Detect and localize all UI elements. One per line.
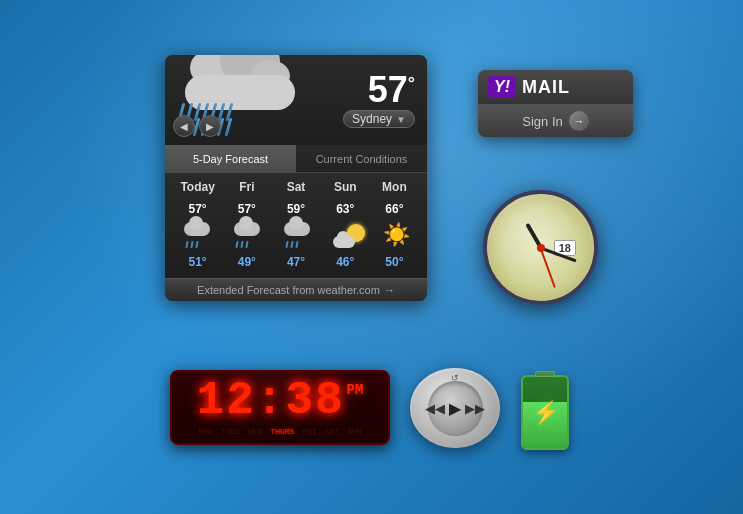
forecast-col-0: Today — [173, 177, 222, 195]
weather-icon-3 — [333, 221, 365, 249]
battery-body: ⚡ — [521, 375, 569, 450]
yahoo-mail-widget: Y! MAIL Sign In → — [478, 70, 633, 137]
day-indicators: MON TUES WED THURS FRI SAT SUN — [196, 426, 363, 437]
yahoo-logo: Y! — [488, 76, 516, 98]
prev-arrow-button[interactable]: ◀ — [173, 115, 195, 137]
cloud-body — [175, 55, 305, 110]
temperature-display: 57° Sydney ▼ — [343, 72, 415, 128]
playback-controls: ◀◀ ▶ ▶▶ — [425, 399, 485, 418]
battery-tip — [535, 371, 555, 377]
forecast-highs-row: 57° 57° 59° 63° 66° — [173, 199, 419, 217]
day-sun: SUN — [345, 426, 363, 437]
next-button[interactable]: ▶▶ — [465, 401, 485, 416]
day-tues: TUES — [219, 426, 242, 437]
forecast-table: Today Fri Sat Sun Mon 57° 57° — [165, 173, 427, 278]
signin-arrow-icon: → — [569, 111, 589, 131]
weather-icon-2 — [282, 221, 314, 249]
cloud-rain-graphic — [165, 55, 325, 155]
digital-ampm: PM — [347, 382, 364, 398]
digital-clock-widget: 12:38 PM MON TUES WED THURS FRI SAT SUN — [170, 370, 390, 445]
analog-clock-widget: 18 — [483, 190, 598, 305]
external-link-icon: → — [384, 284, 395, 296]
player-controls-area: ◀◀ ▶ ▶▶ — [428, 381, 483, 436]
forecast-col-4: Mon — [370, 177, 419, 195]
player-top-icon[interactable]: ↺ — [451, 373, 459, 383]
day-thurs: THURS — [268, 426, 296, 437]
yahoo-signin-button[interactable]: Sign In → — [478, 105, 633, 137]
weather-top: 57° Sydney ▼ ◀ ▶ — [165, 55, 427, 145]
media-player-widget: ↺ ◀◀ ▶ ▶▶ — [410, 368, 500, 448]
play-button[interactable]: ▶ — [449, 399, 461, 418]
battery-charging-icon: ⚡ — [532, 400, 559, 426]
forecast-col-3: Sun — [321, 177, 370, 195]
weather-widget: 57° Sydney ▼ ◀ ▶ 5-Day Forecast Current … — [165, 55, 427, 301]
extended-forecast-link[interactable]: Extended Forecast from weather.com → — [165, 278, 427, 301]
day-wed: WED — [246, 426, 264, 437]
forecast-lows-row: 51° 49° 47° 46° 50° — [173, 252, 419, 270]
forecast-col-2: Sat — [271, 177, 320, 195]
digital-time-value: 12:38 — [197, 378, 345, 424]
weather-icon-0 — [182, 221, 214, 249]
chevron-down-icon: ▼ — [396, 114, 406, 125]
battery-widget: ⚡ — [515, 365, 575, 450]
forecast-col-1: Fri — [222, 177, 271, 195]
clock-face: 18 — [483, 190, 598, 305]
weather-icon-1 — [232, 221, 264, 249]
next-arrow-button[interactable]: ▶ — [199, 115, 221, 137]
forecast-icons-row: ☀️ — [173, 221, 419, 249]
day-fri: FRI — [300, 426, 318, 437]
navigation-arrows: ◀ ▶ — [173, 115, 221, 137]
day-sat: SAT — [323, 426, 341, 437]
temperature-value: 57° — [343, 72, 415, 108]
yahoo-mail-header: Y! MAIL — [478, 70, 633, 105]
weather-icon-4: ☀️ — [383, 221, 410, 249]
clock-center-dot — [537, 244, 545, 252]
forecast-days-row: Today Fri Sat Sun Mon — [173, 177, 419, 195]
yahoo-mail-label: MAIL — [522, 77, 570, 98]
player-body: ↺ ◀◀ ▶ ▶▶ — [410, 368, 500, 448]
prev-button[interactable]: ◀◀ — [425, 401, 445, 416]
signin-label: Sign In — [522, 114, 562, 129]
digital-time-display: 12:38 PM — [197, 378, 364, 424]
day-mon: MON — [196, 426, 214, 437]
city-selector[interactable]: Sydney ▼ — [343, 110, 415, 128]
